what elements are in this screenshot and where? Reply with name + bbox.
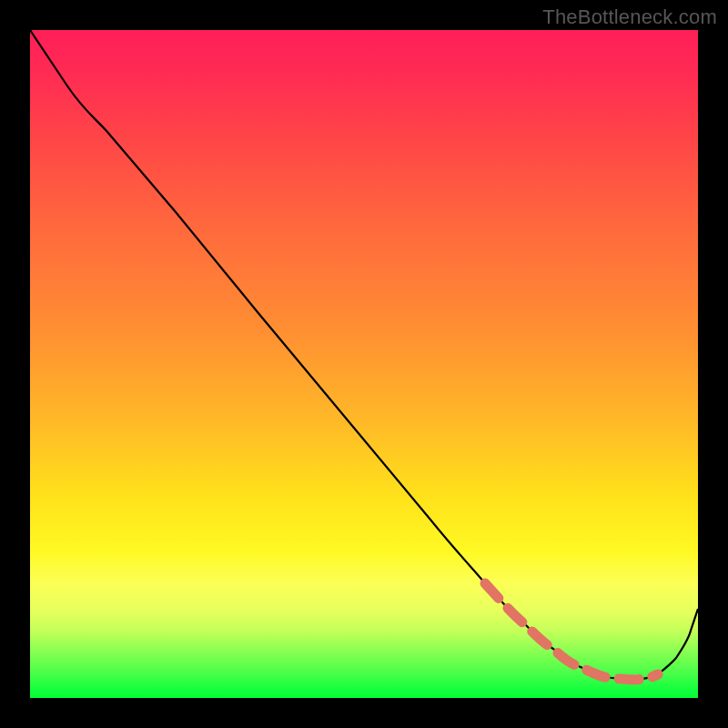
watermark-label: TheBottleneck.com: [542, 5, 717, 29]
curve-layer: [30, 30, 698, 698]
plot-area: [30, 30, 698, 698]
bottleneck-curve: [30, 30, 698, 680]
optimal-range-dashes: [485, 583, 658, 680]
chart-stage: TheBottleneck.com: [0, 0, 728, 728]
